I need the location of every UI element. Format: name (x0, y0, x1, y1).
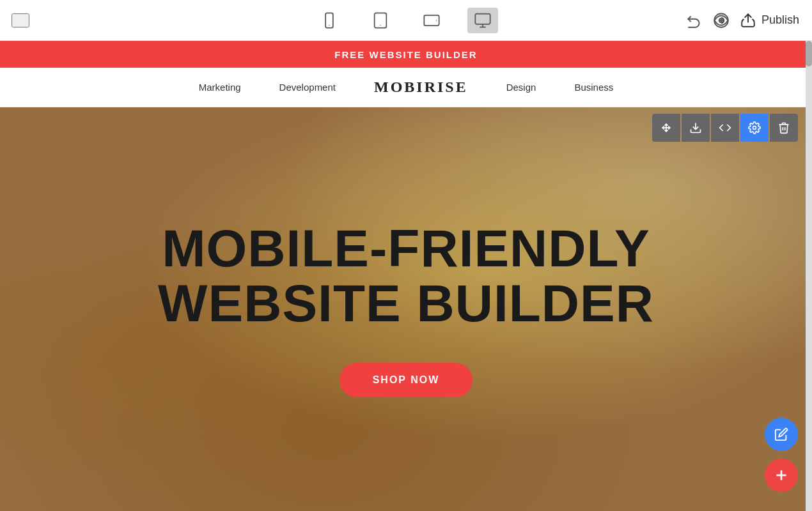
download-icon (689, 121, 702, 134)
nav-item-design[interactable]: Design (506, 82, 536, 93)
hero-section: MOBILE-FRIENDLY WEBSITE BUILDER SHOP NOW (0, 107, 812, 511)
svg-point-16 (753, 126, 756, 130)
tablet-icon (371, 11, 389, 29)
undo-icon (686, 12, 703, 29)
settings-icon (748, 121, 761, 134)
nav-bar: Marketing Development MOBIRISE Design Bu… (0, 68, 812, 107)
edit-fab-button[interactable] (765, 418, 798, 451)
tablet-view-button[interactable] (365, 8, 396, 33)
svg-rect-2 (375, 13, 387, 27)
scrollbar-thumb[interactable] (806, 41, 812, 66)
device-switcher (314, 8, 498, 33)
block-settings-button[interactable] (740, 114, 769, 142)
svg-rect-0 (325, 13, 333, 27)
toolbar-left (0, 13, 29, 27)
hero-title-line2: WEBSITE BUILDER (158, 274, 654, 332)
menu-button[interactable] (12, 13, 29, 27)
desktop-icon (474, 11, 492, 29)
hero-title-line1: MOBILE-FRIENDLY (162, 219, 650, 277)
block-download-button[interactable] (682, 114, 710, 142)
svg-point-10 (721, 19, 722, 20)
svg-rect-6 (475, 13, 490, 24)
publish-button[interactable]: Publish (740, 12, 799, 29)
nav-item-development[interactable]: Development (279, 82, 336, 93)
banner-bar: FREE WEBSITE BUILDER (0, 41, 812, 68)
tablet-landscape-view-button[interactable] (416, 8, 447, 33)
toolbar-right: Publish (686, 12, 812, 29)
mobile-icon (320, 11, 338, 29)
code-icon (719, 121, 731, 134)
top-toolbar: Publish (0, 0, 812, 41)
banner-text: FREE WEBSITE BUILDER (334, 49, 477, 60)
fab-container (765, 418, 798, 492)
preview-icon (713, 12, 730, 29)
add-fab-icon (773, 467, 790, 484)
hero-content: MOBILE-FRIENDLY WEBSITE BUILDER SHOP NOW (158, 221, 654, 397)
edit-fab-icon (774, 427, 788, 441)
add-block-fab-button[interactable] (765, 459, 798, 492)
scrollbar[interactable] (806, 41, 812, 511)
tablet-landscape-icon (423, 11, 441, 29)
main-content: FREE WEBSITE BUILDER Marketing Developme… (0, 41, 812, 511)
publish-label: Publish (761, 13, 799, 27)
shop-now-button[interactable]: SHOP NOW (340, 363, 473, 397)
block-move-button[interactable] (652, 114, 680, 142)
hero-title: MOBILE-FRIENDLY WEBSITE BUILDER (158, 221, 654, 331)
nav-logo: MOBIRISE (374, 79, 468, 96)
block-delete-button[interactable] (770, 114, 798, 142)
undo-button[interactable] (686, 12, 703, 29)
nav-item-marketing[interactable]: Marketing (199, 82, 241, 93)
move-icon (660, 121, 673, 134)
mobile-view-button[interactable] (314, 8, 345, 33)
delete-icon (777, 121, 790, 134)
publish-icon (740, 12, 756, 29)
preview-button[interactable] (713, 12, 730, 29)
nav-item-business[interactable]: Business (574, 82, 613, 93)
svg-rect-4 (424, 15, 439, 25)
block-controls (652, 114, 798, 142)
block-code-button[interactable] (711, 114, 739, 142)
desktop-view-button[interactable] (467, 8, 498, 33)
svg-point-11 (719, 18, 724, 22)
